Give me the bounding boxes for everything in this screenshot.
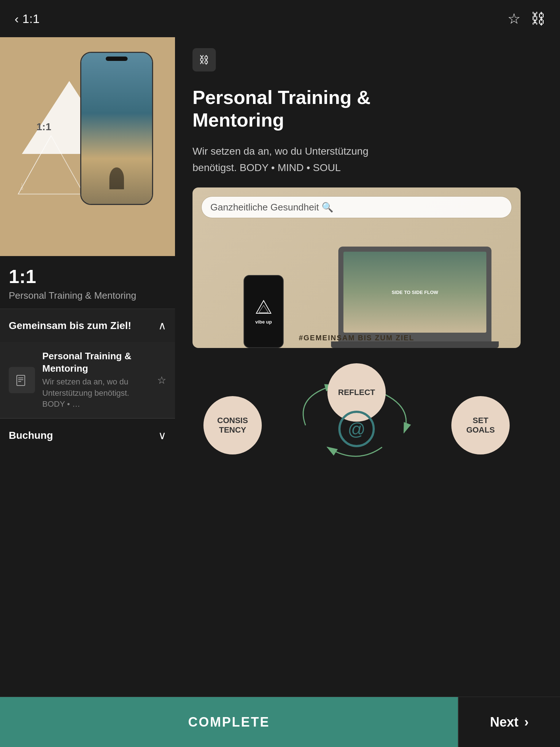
course-subtitle: Personal Training & Mentoring	[9, 290, 166, 301]
phone-notch	[106, 57, 128, 61]
triangle-number-label: 1:1	[36, 121, 51, 133]
next-arrow-icon: ›	[524, 715, 529, 730]
course-info: 1:1 Personal Training & Mentoring	[0, 256, 175, 309]
accordion-title-1: Gemeinsam bis zum Ziel!	[9, 320, 131, 332]
laptop-body: SIDE TO SIDE FLOW	[338, 247, 491, 341]
nav-title: 1:1	[22, 12, 39, 26]
accordion-header-1[interactable]: Gemeinsam bis zum Ziel! ∧	[0, 309, 175, 342]
lesson-item[interactable]: Personal Training & Mentoring Wir setzen…	[0, 342, 175, 418]
product-description: Wir setzen da an, wo du Unterstützung be…	[192, 143, 542, 176]
laptop-screen: SIDE TO SIDE FLOW	[343, 252, 486, 333]
spiral-icon: @	[348, 419, 366, 439]
svg-line-1	[18, 136, 51, 194]
lesson-title: Personal Training & Mentoring	[42, 350, 150, 375]
phone-figure	[106, 160, 128, 189]
main-content: 1:1 1:1 Personal Training & Mentoring	[0, 37, 560, 535]
complete-button[interactable]: COMPLETE	[0, 697, 458, 747]
accordion-header-2[interactable]: Buchung ∨	[0, 418, 175, 452]
lesson-bookmark-icon[interactable]: ☆	[157, 374, 166, 386]
laptop-base	[331, 341, 499, 348]
set-goals-label: SETGOALS	[466, 416, 495, 435]
reflect-label: REFLECT	[338, 388, 375, 397]
vibe-up-text: vibe up	[255, 319, 272, 325]
marketing-image: Ganzheitliche Gesundheit 🔍 vibe up	[192, 187, 521, 348]
course-number: 1:1	[9, 266, 166, 287]
accordion-content-1: Personal Training & Mentoring Wir setzen…	[0, 342, 175, 418]
phone-mockup	[80, 52, 153, 205]
lesson-text: Personal Training & Mentoring Wir setzen…	[42, 350, 150, 410]
lesson-description: Wir setzen da an, wo du Unterstützung be…	[42, 376, 150, 410]
cycle-diagram: REFLECT SETGOALS CONSISTENCY @	[192, 360, 521, 476]
bookmark-icon[interactable]: ☆	[508, 10, 521, 27]
accordion-section-1: Gemeinsam bis zum Ziel! ∧ Personal Tra	[0, 309, 175, 418]
lesson-book-icon	[9, 367, 35, 393]
bottom-bar: COMPLETE Next ›	[0, 697, 560, 747]
accordion-chevron-up-icon: ∧	[158, 319, 166, 332]
cycle-center: @	[338, 411, 375, 447]
next-button[interactable]: Next ›	[458, 697, 560, 747]
svg-rect-4	[17, 375, 25, 386]
accordion-chevron-down-icon: ∨	[158, 429, 166, 442]
svg-marker-0	[18, 136, 84, 194]
next-label: Next	[490, 715, 518, 730]
hero-image: 1:1	[0, 37, 175, 256]
marketing-laptop-area: vibe up SIDE TO SIDE FLOW	[192, 218, 521, 348]
top-nav: ‹ 1:1 ☆ ⛓	[0, 0, 560, 37]
triangle-outline-icon	[15, 132, 88, 198]
link-badge[interactable]: ⛓	[192, 48, 216, 71]
nav-icons: ☆ ⛓	[508, 10, 545, 27]
right-panel: ⛓ Personal Training &Mentoring Wir setze…	[175, 37, 560, 535]
marketing-search-bar: Ganzheitliche Gesundheit 🔍	[201, 196, 512, 218]
product-title: Personal Training &Mentoring	[192, 86, 542, 132]
consistency-label: CONSISTENCY	[217, 416, 248, 435]
link-icon[interactable]: ⛓	[531, 11, 545, 27]
phone-screen	[81, 53, 152, 204]
marketing-hashtag: #GEMEINSAM BIS ZUM ZIEL	[192, 334, 521, 342]
back-arrow-icon: ‹	[15, 12, 19, 26]
accordion-title-2: Buchung	[9, 430, 53, 441]
svg-marker-8	[256, 301, 271, 313]
search-text: Ganzheitliche Gesundheit 🔍	[210, 202, 333, 213]
laptop-screen-text: SIDE TO SIDE FLOW	[392, 290, 438, 295]
link-badge-icon: ⛓	[199, 54, 209, 66]
back-button[interactable]: ‹ 1:1	[15, 12, 40, 26]
cycle-circle-consistency: CONSISTENCY	[203, 396, 262, 454]
cycle-circle-set-goals: SETGOALS	[451, 396, 510, 454]
left-panel: 1:1 1:1 Personal Training & Mentoring	[0, 37, 175, 535]
